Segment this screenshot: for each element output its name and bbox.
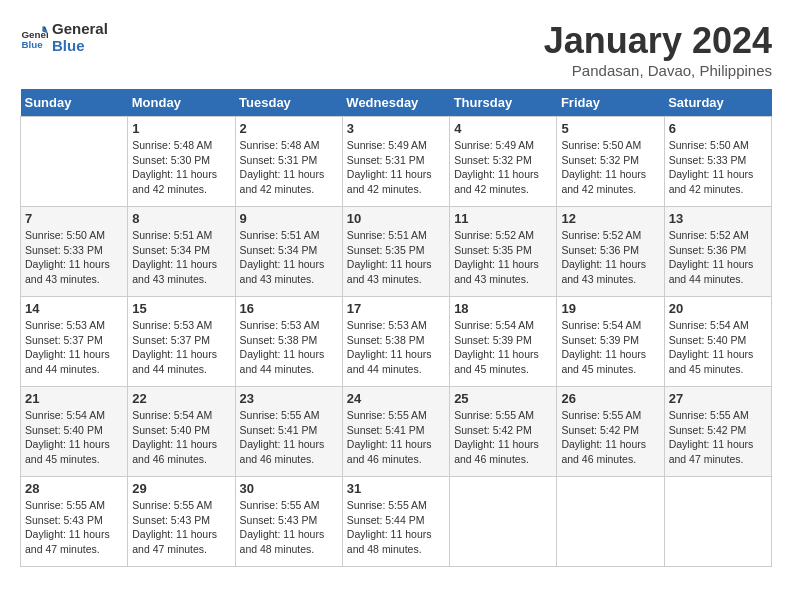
day-info: Sunrise: 5:54 AM Sunset: 5:39 PM Dayligh… bbox=[561, 318, 659, 377]
calendar-cell: 7Sunrise: 5:50 AM Sunset: 5:33 PM Daylig… bbox=[21, 207, 128, 297]
day-number: 13 bbox=[669, 211, 767, 226]
day-info: Sunrise: 5:54 AM Sunset: 5:39 PM Dayligh… bbox=[454, 318, 552, 377]
calendar-week-4: 21Sunrise: 5:54 AM Sunset: 5:40 PM Dayli… bbox=[21, 387, 772, 477]
calendar-cell bbox=[557, 477, 664, 567]
day-info: Sunrise: 5:55 AM Sunset: 5:41 PM Dayligh… bbox=[347, 408, 445, 467]
calendar-week-5: 28Sunrise: 5:55 AM Sunset: 5:43 PM Dayli… bbox=[21, 477, 772, 567]
header-tuesday: Tuesday bbox=[235, 89, 342, 117]
day-info: Sunrise: 5:50 AM Sunset: 5:33 PM Dayligh… bbox=[669, 138, 767, 197]
calendar-week-2: 7Sunrise: 5:50 AM Sunset: 5:33 PM Daylig… bbox=[21, 207, 772, 297]
page-header: General Blue General Blue January 2024 P… bbox=[20, 20, 772, 79]
day-number: 27 bbox=[669, 391, 767, 406]
calendar-cell: 29Sunrise: 5:55 AM Sunset: 5:43 PM Dayli… bbox=[128, 477, 235, 567]
header-monday: Monday bbox=[128, 89, 235, 117]
header-friday: Friday bbox=[557, 89, 664, 117]
day-info: Sunrise: 5:55 AM Sunset: 5:44 PM Dayligh… bbox=[347, 498, 445, 557]
calendar-cell: 15Sunrise: 5:53 AM Sunset: 5:37 PM Dayli… bbox=[128, 297, 235, 387]
calendar-cell bbox=[21, 117, 128, 207]
day-info: Sunrise: 5:54 AM Sunset: 5:40 PM Dayligh… bbox=[669, 318, 767, 377]
calendar-header-row: SundayMondayTuesdayWednesdayThursdayFrid… bbox=[21, 89, 772, 117]
calendar-cell: 11Sunrise: 5:52 AM Sunset: 5:35 PM Dayli… bbox=[450, 207, 557, 297]
calendar-cell: 22Sunrise: 5:54 AM Sunset: 5:40 PM Dayli… bbox=[128, 387, 235, 477]
day-number: 14 bbox=[25, 301, 123, 316]
day-info: Sunrise: 5:48 AM Sunset: 5:31 PM Dayligh… bbox=[240, 138, 338, 197]
day-info: Sunrise: 5:53 AM Sunset: 5:38 PM Dayligh… bbox=[240, 318, 338, 377]
day-number: 9 bbox=[240, 211, 338, 226]
calendar-cell bbox=[450, 477, 557, 567]
calendar-cell bbox=[664, 477, 771, 567]
calendar-cell: 10Sunrise: 5:51 AM Sunset: 5:35 PM Dayli… bbox=[342, 207, 449, 297]
day-number: 3 bbox=[347, 121, 445, 136]
day-info: Sunrise: 5:52 AM Sunset: 5:36 PM Dayligh… bbox=[561, 228, 659, 287]
calendar-cell: 30Sunrise: 5:55 AM Sunset: 5:43 PM Dayli… bbox=[235, 477, 342, 567]
day-info: Sunrise: 5:54 AM Sunset: 5:40 PM Dayligh… bbox=[132, 408, 230, 467]
header-saturday: Saturday bbox=[664, 89, 771, 117]
day-info: Sunrise: 5:54 AM Sunset: 5:40 PM Dayligh… bbox=[25, 408, 123, 467]
calendar-cell: 1Sunrise: 5:48 AM Sunset: 5:30 PM Daylig… bbox=[128, 117, 235, 207]
calendar-cell: 20Sunrise: 5:54 AM Sunset: 5:40 PM Dayli… bbox=[664, 297, 771, 387]
day-number: 25 bbox=[454, 391, 552, 406]
calendar-cell: 12Sunrise: 5:52 AM Sunset: 5:36 PM Dayli… bbox=[557, 207, 664, 297]
day-info: Sunrise: 5:55 AM Sunset: 5:42 PM Dayligh… bbox=[454, 408, 552, 467]
calendar-cell: 21Sunrise: 5:54 AM Sunset: 5:40 PM Dayli… bbox=[21, 387, 128, 477]
calendar-table: SundayMondayTuesdayWednesdayThursdayFrid… bbox=[20, 89, 772, 567]
day-info: Sunrise: 5:51 AM Sunset: 5:34 PM Dayligh… bbox=[132, 228, 230, 287]
day-number: 22 bbox=[132, 391, 230, 406]
day-number: 23 bbox=[240, 391, 338, 406]
header-wednesday: Wednesday bbox=[342, 89, 449, 117]
calendar-cell: 6Sunrise: 5:50 AM Sunset: 5:33 PM Daylig… bbox=[664, 117, 771, 207]
day-info: Sunrise: 5:53 AM Sunset: 5:37 PM Dayligh… bbox=[132, 318, 230, 377]
day-info: Sunrise: 5:52 AM Sunset: 5:36 PM Dayligh… bbox=[669, 228, 767, 287]
svg-text:Blue: Blue bbox=[21, 39, 43, 50]
day-number: 8 bbox=[132, 211, 230, 226]
day-info: Sunrise: 5:55 AM Sunset: 5:42 PM Dayligh… bbox=[669, 408, 767, 467]
calendar-cell: 8Sunrise: 5:51 AM Sunset: 5:34 PM Daylig… bbox=[128, 207, 235, 297]
calendar-cell: 18Sunrise: 5:54 AM Sunset: 5:39 PM Dayli… bbox=[450, 297, 557, 387]
day-number: 24 bbox=[347, 391, 445, 406]
day-number: 1 bbox=[132, 121, 230, 136]
day-info: Sunrise: 5:51 AM Sunset: 5:34 PM Dayligh… bbox=[240, 228, 338, 287]
day-info: Sunrise: 5:52 AM Sunset: 5:35 PM Dayligh… bbox=[454, 228, 552, 287]
calendar-cell: 25Sunrise: 5:55 AM Sunset: 5:42 PM Dayli… bbox=[450, 387, 557, 477]
day-info: Sunrise: 5:51 AM Sunset: 5:35 PM Dayligh… bbox=[347, 228, 445, 287]
day-number: 30 bbox=[240, 481, 338, 496]
calendar-cell: 4Sunrise: 5:49 AM Sunset: 5:32 PM Daylig… bbox=[450, 117, 557, 207]
day-number: 17 bbox=[347, 301, 445, 316]
calendar-cell: 26Sunrise: 5:55 AM Sunset: 5:42 PM Dayli… bbox=[557, 387, 664, 477]
month-year: January 2024 bbox=[544, 20, 772, 62]
day-number: 5 bbox=[561, 121, 659, 136]
day-info: Sunrise: 5:55 AM Sunset: 5:41 PM Dayligh… bbox=[240, 408, 338, 467]
day-number: 4 bbox=[454, 121, 552, 136]
day-number: 26 bbox=[561, 391, 659, 406]
day-info: Sunrise: 5:50 AM Sunset: 5:32 PM Dayligh… bbox=[561, 138, 659, 197]
title-block: January 2024 Pandasan, Davao, Philippine… bbox=[544, 20, 772, 79]
day-number: 19 bbox=[561, 301, 659, 316]
calendar-cell: 31Sunrise: 5:55 AM Sunset: 5:44 PM Dayli… bbox=[342, 477, 449, 567]
day-number: 10 bbox=[347, 211, 445, 226]
day-number: 29 bbox=[132, 481, 230, 496]
header-sunday: Sunday bbox=[21, 89, 128, 117]
day-number: 20 bbox=[669, 301, 767, 316]
calendar-cell: 23Sunrise: 5:55 AM Sunset: 5:41 PM Dayli… bbox=[235, 387, 342, 477]
day-number: 12 bbox=[561, 211, 659, 226]
location: Pandasan, Davao, Philippines bbox=[544, 62, 772, 79]
day-info: Sunrise: 5:55 AM Sunset: 5:42 PM Dayligh… bbox=[561, 408, 659, 467]
day-number: 11 bbox=[454, 211, 552, 226]
logo-blue: Blue bbox=[52, 37, 108, 54]
calendar-cell: 2Sunrise: 5:48 AM Sunset: 5:31 PM Daylig… bbox=[235, 117, 342, 207]
day-number: 16 bbox=[240, 301, 338, 316]
logo: General Blue General Blue bbox=[20, 20, 108, 54]
calendar-cell: 28Sunrise: 5:55 AM Sunset: 5:43 PM Dayli… bbox=[21, 477, 128, 567]
day-number: 18 bbox=[454, 301, 552, 316]
calendar-cell: 19Sunrise: 5:54 AM Sunset: 5:39 PM Dayli… bbox=[557, 297, 664, 387]
day-number: 7 bbox=[25, 211, 123, 226]
day-number: 2 bbox=[240, 121, 338, 136]
calendar-cell: 27Sunrise: 5:55 AM Sunset: 5:42 PM Dayli… bbox=[664, 387, 771, 477]
day-info: Sunrise: 5:49 AM Sunset: 5:32 PM Dayligh… bbox=[454, 138, 552, 197]
logo-general: General bbox=[52, 20, 108, 37]
calendar-cell: 14Sunrise: 5:53 AM Sunset: 5:37 PM Dayli… bbox=[21, 297, 128, 387]
day-info: Sunrise: 5:48 AM Sunset: 5:30 PM Dayligh… bbox=[132, 138, 230, 197]
calendar-cell: 13Sunrise: 5:52 AM Sunset: 5:36 PM Dayli… bbox=[664, 207, 771, 297]
calendar-cell: 9Sunrise: 5:51 AM Sunset: 5:34 PM Daylig… bbox=[235, 207, 342, 297]
calendar-cell: 17Sunrise: 5:53 AM Sunset: 5:38 PM Dayli… bbox=[342, 297, 449, 387]
